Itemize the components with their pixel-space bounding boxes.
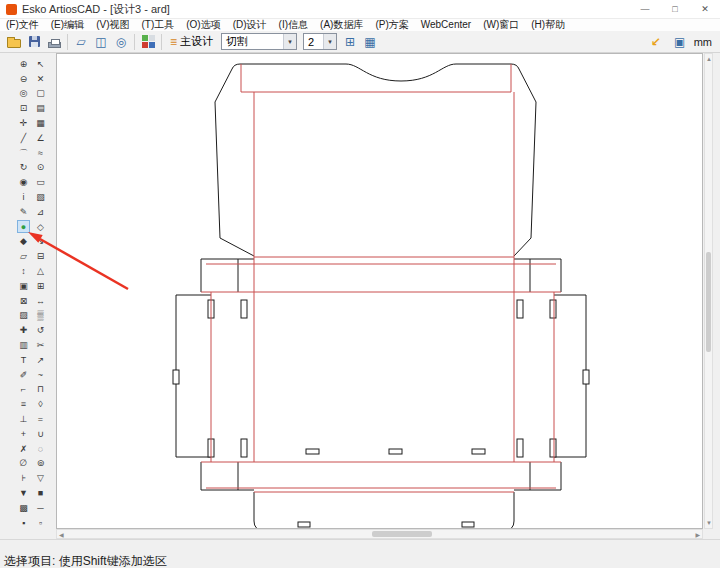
menu-item-2[interactable]: (E)编辑 <box>45 19 90 31</box>
rebuild-button[interactable] <box>138 32 158 52</box>
menu-item-12[interactable]: (H)帮助 <box>525 19 571 31</box>
diamond-tool[interactable]: ◇ <box>34 220 47 233</box>
menu-item-7[interactable]: (I)信息 <box>273 19 314 31</box>
zoom-in-tool[interactable]: ⊕ <box>17 57 30 70</box>
point-tool[interactable]: ⊙ <box>34 160 47 173</box>
arc-tool[interactable]: ⌒ <box>17 146 30 159</box>
remove-tool[interactable]: ✗ <box>17 442 30 455</box>
edit-tool[interactable]: ✎ <box>17 205 30 218</box>
stretch-tool[interactable]: ↕ <box>17 264 30 277</box>
import-button[interactable]: ▱ <box>71 32 91 52</box>
hatch-tool[interactable]: ▧ <box>34 190 47 203</box>
menu-item-1[interactable]: (F)文件 <box>0 19 45 31</box>
vertical-scroll-thumb[interactable] <box>706 252 711 352</box>
bridge-tool[interactable]: ⊓ <box>34 382 47 395</box>
flip-down-tool[interactable]: ▽ <box>34 471 47 484</box>
outline-dot-tool[interactable]: ▫ <box>34 516 47 529</box>
menu-item-8[interactable]: (A)数据库 <box>314 19 369 31</box>
snap-button[interactable]: ↙ <box>646 32 666 52</box>
texture-tool[interactable]: ▨ <box>17 308 30 321</box>
table-button[interactable]: ▦ <box>360 32 380 52</box>
text-tool[interactable]: T <box>17 353 30 366</box>
save-button[interactable] <box>24 32 44 52</box>
wave-tool[interactable]: ~ <box>34 368 47 381</box>
vertical-scrollbar[interactable]: ▲ ▼ <box>704 53 713 529</box>
concentric-tool[interactable]: ⊚ <box>34 456 47 469</box>
node-edit-tool[interactable]: ◆ <box>17 234 30 247</box>
scroll-left-icon[interactable]: ◀ <box>59 531 64 539</box>
snap-grid-button[interactable]: ⊞ <box>340 32 360 52</box>
horizontal-scrollbar[interactable]: ◀ ▶ <box>56 529 703 539</box>
add-point-tool[interactable]: + <box>17 427 30 440</box>
scroll-up-icon[interactable]: ▲ <box>706 55 712 63</box>
rectangle-tool[interactable]: ▢ <box>34 86 47 99</box>
3d-view-button[interactable]: ◎ <box>111 32 131 52</box>
solid-tool[interactable]: ■ <box>34 486 47 499</box>
leader-tool[interactable]: ↗ <box>34 353 47 366</box>
rotate-ccw-tool[interactable]: ↺ <box>34 323 47 336</box>
trim-tool[interactable]: ✂ <box>34 338 47 351</box>
angle-tool[interactable]: ∠ <box>34 131 47 144</box>
delete-tool[interactable]: ✕ <box>34 72 47 85</box>
zoom-window-tool[interactable]: ◎ <box>17 86 30 99</box>
collapse-tool[interactable]: ▼ <box>17 486 30 499</box>
no-fill-tool[interactable]: ∅ <box>17 456 30 469</box>
select-tool[interactable]: ↖ <box>34 57 47 70</box>
skew-tool[interactable]: ▱ <box>17 249 30 262</box>
layers-tool[interactable]: ▤ <box>34 101 47 114</box>
open-button[interactable] <box>4 32 24 52</box>
cross-hair-tool[interactable]: ✚ <box>17 323 30 336</box>
scroll-down-icon[interactable]: ▼ <box>706 519 712 527</box>
table-tool[interactable]: ▥ <box>17 338 30 351</box>
add-panel-tool[interactable]: ⊞ <box>34 279 47 292</box>
menu-item-5[interactable]: (O)选项 <box>180 19 226 31</box>
shade-tool[interactable]: ▒ <box>34 308 47 321</box>
point-size-dropdown[interactable]: 2 ▾ <box>303 33 337 50</box>
draw-mode-button[interactable]: ▣ <box>670 32 690 52</box>
tack-tool[interactable]: ⊦ <box>17 471 30 484</box>
curve-tool[interactable]: ≈ <box>34 146 47 159</box>
layers-button[interactable]: ◫ <box>91 32 111 52</box>
pencil-tool[interactable]: ✐ <box>17 368 30 381</box>
design-mode-button[interactable]: ≡ 主设计 <box>165 32 218 52</box>
circle-tool[interactable]: ◉ <box>17 175 30 188</box>
corner-tool[interactable]: ⌐ <box>17 382 30 395</box>
design-canvas[interactable] <box>56 53 703 529</box>
divider-tool[interactable]: ─ <box>34 501 47 514</box>
menu-item-4[interactable]: (T)工具 <box>135 19 180 31</box>
zoom-extents-tool[interactable]: ⊡ <box>17 101 30 114</box>
measure-tool[interactable]: ↔ <box>34 294 47 307</box>
fill-tool[interactable]: ▣ <box>17 279 30 292</box>
menu-item-11[interactable]: (W)窗口 <box>477 19 525 31</box>
line-tool[interactable]: ╱ <box>17 131 30 144</box>
pan-tool[interactable]: ✛ <box>17 116 30 129</box>
line-type-dropdown[interactable]: 切割 ▾ <box>221 33 297 50</box>
menu-item-10[interactable]: WebCenter <box>415 19 477 31</box>
union-tool[interactable]: ∪ <box>34 427 47 440</box>
dot-tool[interactable]: ▪ <box>17 516 30 529</box>
menu-item-9[interactable]: (P)方案 <box>369 19 414 31</box>
cut-tool[interactable]: ⊠ <box>17 294 30 307</box>
info-tool[interactable]: i <box>17 190 30 203</box>
grid-tool[interactable]: ▦ <box>34 116 47 129</box>
scroll-right-icon[interactable]: ▶ <box>695 531 700 539</box>
triangle-tool[interactable]: △ <box>34 264 47 277</box>
parallel-tool[interactable]: = <box>34 412 47 425</box>
add-graphics-tool[interactable]: ● <box>17 220 30 233</box>
horizontal-scroll-thumb[interactable] <box>372 531 432 537</box>
lozenge-tool[interactable]: ◊ <box>34 397 47 410</box>
pattern-tool[interactable]: ▩ <box>17 501 30 514</box>
construction-circle-tool[interactable]: ◌ <box>34 442 47 455</box>
list-tool[interactable]: ≡ <box>17 397 30 410</box>
maximize-button[interactable]: □ <box>660 0 690 19</box>
menu-item-6[interactable]: (D)设计 <box>227 19 273 31</box>
menu-item-3[interactable]: (V)视图 <box>90 19 135 31</box>
minimize-button[interactable]: — <box>630 0 660 19</box>
zoom-out-tool[interactable]: ⊖ <box>17 72 30 85</box>
close-button[interactable]: ✕ <box>690 0 720 19</box>
perpendicular-tool[interactable]: ⊥ <box>17 412 30 425</box>
print-button[interactable] <box>44 32 64 52</box>
chamfer-tool[interactable]: ⊿ <box>34 205 47 218</box>
move-tool[interactable]: ↘ <box>34 234 47 247</box>
subtract-tool[interactable]: ⊟ <box>34 249 47 262</box>
